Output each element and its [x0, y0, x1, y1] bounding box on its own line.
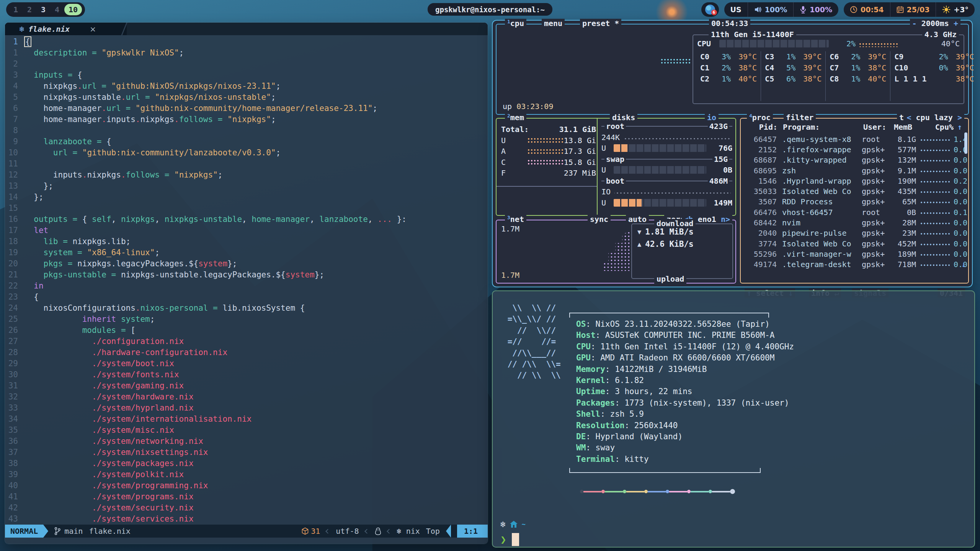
palette-color-dot	[730, 489, 735, 494]
audio-layout-pill: US 100% 100%	[724, 2, 839, 17]
process-row[interactable]: 1546.Hyprland-wrappgpsk+190M0.2	[743, 176, 961, 186]
process-row[interactable]: 66457.qemu-system-x8root8.1G1.4	[743, 134, 961, 144]
code-area[interactable]: 1{1 description = "gpskwlkr NixOS";23 in…	[5, 36, 488, 525]
core-stat: L 1 1 138°C	[894, 73, 974, 85]
core-stat: C62%39°C	[830, 51, 886, 62]
line-number: 10	[5, 147, 24, 158]
proc-mem-graph	[920, 170, 951, 174]
proc-mem-graph	[920, 180, 951, 184]
line-content: url = "github:nix-community/lanzaboote/v…	[24, 147, 281, 158]
refresh-interval-control[interactable]: - 2000ms +	[910, 19, 960, 28]
mem-stat-row: A17.3 Gi	[501, 146, 596, 157]
line-content: nixpkgs-unstable.url = "nixpkgs/nixos-un…	[24, 92, 276, 103]
palette-color-dot	[687, 490, 691, 493]
process-row[interactable]: 68442nvimgpsk+28M0.0	[743, 217, 961, 228]
process-row[interactable]: 49174.telegram-desktgpsk+718M0.0↓	[743, 259, 961, 270]
system-info-row: Kernel: 6.1.82	[576, 375, 794, 386]
system-info-row: GPU: AMD ATI Radeon RX 6600/6600 XT/6600…	[576, 352, 794, 364]
hostname-text: gpskwlkr@nixos-personal:~	[435, 5, 545, 14]
workspace-4[interactable]: 4	[51, 2, 64, 17]
mem-panel-title[interactable]: 2mem	[505, 113, 526, 122]
terminal-color-palette	[580, 489, 735, 494]
network-panel: 3net sync auto zero <b eno1 n> 1.7M 1.7M…	[496, 220, 736, 284]
code-line: 30 ./system/fonts.nix	[5, 369, 488, 380]
menu-button[interactable]: menu	[542, 19, 565, 28]
disk-usage-bar	[614, 144, 706, 152]
proc-scrollbar[interactable]	[964, 132, 967, 154]
line-content: ./system/nixsettings.nix	[24, 447, 208, 458]
scroll-position: Top	[426, 527, 440, 536]
proc-mem-graph	[920, 243, 951, 247]
process-row[interactable]: 3774Isolated Web Cogpsk+452M0.0	[743, 238, 961, 249]
net-auto-button[interactable]: auto	[626, 215, 649, 224]
workspace-2[interactable]: 2	[23, 2, 36, 17]
core-stat: C81%40°C	[830, 73, 886, 85]
cpu-panel-title[interactable]: 1cpu	[505, 19, 526, 28]
proc-panel-title[interactable]: 4proc	[747, 113, 773, 122]
system-tray[interactable]: 6	[701, 2, 719, 17]
volume-control[interactable]: 100%	[748, 2, 794, 17]
weather[interactable]: +3°	[936, 2, 975, 17]
line-number: 4	[5, 81, 24, 92]
line-number: 5	[5, 92, 24, 103]
process-list[interactable]: 66457.qemu-system-x8root8.1G1.42152.fire…	[743, 134, 961, 270]
proc-mem-graph	[920, 222, 951, 226]
clock-weather-pill: 00:54 25/03 +3°	[844, 2, 975, 17]
code-line: 9 lanzaboote = {	[5, 136, 488, 147]
palette-line	[583, 491, 601, 492]
palette-line	[691, 491, 709, 492]
line-content: };	[24, 192, 44, 203]
code-line: 1 description = "gpskwlkr NixOS";	[5, 47, 488, 59]
git-branch-name[interactable]: main	[64, 527, 83, 536]
sort-selector[interactable]: < cpu lazy >	[904, 113, 964, 122]
line-content: nixpkgs.url = "github:NixOS/nixpkgs/nixo…	[24, 81, 281, 92]
palette-color-dot	[623, 490, 626, 493]
proc-table-header[interactable]: Pid: Program: User: MemB Cpu% ↑	[741, 122, 968, 132]
code-line: 10 url = "github:nix-community/lanzaboot…	[5, 147, 488, 158]
system-info-row: Uptime: 3 hours, 22 mins	[576, 386, 794, 397]
preset-button[interactable]: preset *	[580, 19, 621, 28]
tab-close-icon[interactable]: ×	[90, 24, 96, 34]
line-number: 11	[5, 158, 24, 170]
process-row[interactable]: 55296.virt-manager-wgpsk+189M0.0	[743, 249, 961, 259]
workspace-3[interactable]: 3	[37, 2, 50, 17]
chevron-left-icon	[387, 529, 392, 534]
shell-prompt-input[interactable]: ❯	[500, 533, 519, 546]
code-line: 37 ./system/nixsettings.nix	[5, 447, 488, 458]
line-content: modules = [	[24, 325, 136, 336]
workspace-10[interactable]: 10	[64, 4, 82, 15]
mem-stat-row: C15.8 Gi	[501, 157, 596, 168]
keyboard-layout[interactable]: US	[724, 2, 748, 17]
process-row[interactable]: 3507RDD Processgpsk+65M0.0	[743, 197, 961, 207]
process-row[interactable]: 2152.firefox-wrappegpsk+577M0.0	[743, 144, 961, 155]
net-panel-title[interactable]: 3net	[505, 215, 526, 224]
proc-mem-graph	[920, 232, 951, 236]
memory-panel: 2mem disks io Total:31.1 GiBU13.8 GiA17.…	[496, 118, 736, 216]
mem-disks-divider	[597, 119, 598, 215]
editor-statusline: NORMAL main flake.nix 31 utf-8 ❄ nix Top…	[5, 525, 488, 538]
process-row[interactable]: 66476vhost-66457root0B0.1	[743, 207, 961, 217]
workspace-1[interactable]: 1	[9, 2, 22, 17]
date[interactable]: 25/03	[890, 2, 936, 17]
clock[interactable]: 00:54	[844, 2, 890, 17]
palette-line	[669, 491, 687, 492]
process-row[interactable]: 68695zshgpsk+9.1M0.0	[743, 165, 961, 176]
line-number: 3	[5, 70, 24, 81]
process-row[interactable]: 2040pipewire-pulsegpsk+23M0.0	[743, 228, 961, 238]
line-content: ./system/internationalisation.nix	[24, 414, 252, 425]
microphone-control[interactable]: 100%	[793, 2, 838, 17]
filter-button[interactable]: filter	[784, 113, 816, 122]
scroll-down-icon[interactable]: ↓	[961, 260, 966, 269]
process-row[interactable]: 35033Isolated Web Cogpsk+435M0.0	[743, 186, 961, 196]
process-row[interactable]: 68687.kitty-wrappedgpsk+132M0.0	[743, 155, 961, 165]
package-icon	[302, 527, 309, 535]
line-number: 15	[5, 203, 24, 214]
code-line: 42 ./system/security.nix	[5, 502, 488, 514]
line-content: outputs = { self, nixpkgs, nixpkgs-unsta…	[24, 214, 407, 225]
home-icon	[509, 520, 518, 529]
tab-flake-nix[interactable]: ❄ flake.nix ×	[5, 23, 127, 35]
proc-mem-graph	[920, 191, 951, 194]
linux-penguin-icon	[375, 527, 381, 535]
code-line: 8	[5, 125, 488, 136]
net-sync-button[interactable]: sync	[588, 215, 611, 224]
